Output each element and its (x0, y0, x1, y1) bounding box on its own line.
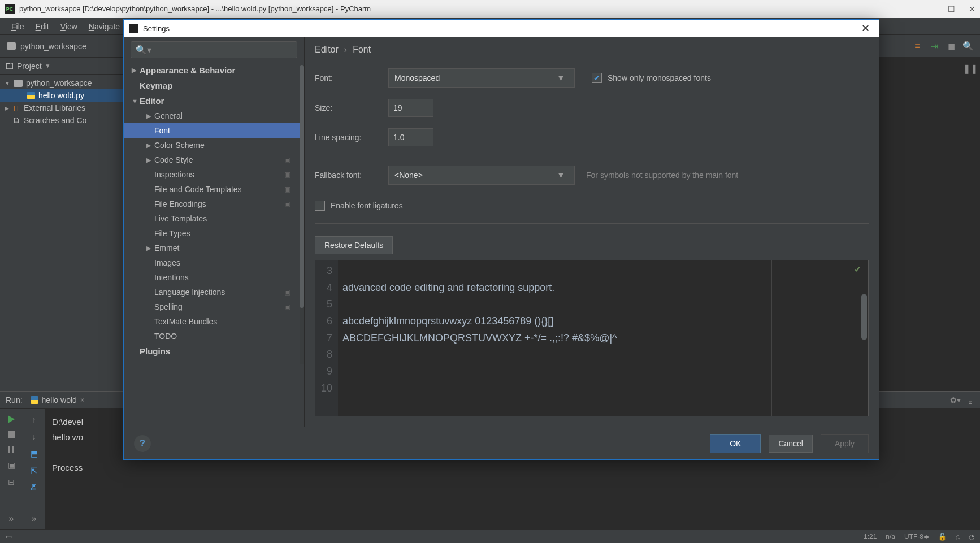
chevron-down-icon: ▼ (553, 166, 569, 184)
window-titlebar: PC python_worksapce [D:\develop\python\p… (0, 0, 980, 18)
expand-icon[interactable]: » (9, 514, 14, 524)
chevron-down-icon[interactable]: ▼ (45, 63, 51, 69)
tree-file-hello[interactable]: hello wold.py (0, 89, 129, 102)
app-icon: PC (5, 4, 15, 14)
apply-button[interactable]: Apply (821, 434, 869, 453)
tree-scratches[interactable]: 🗎 Scratches and Co (0, 114, 129, 127)
layout-icon[interactable]: ▣ (7, 461, 16, 470)
layout-icon-2[interactable]: ⊟ (7, 477, 16, 486)
nav-plugins[interactable]: Plugins (124, 344, 304, 359)
nav-language-injections[interactable]: Language Injections▣ (124, 285, 304, 299)
breadcrumb-root[interactable]: python_worksapce (20, 42, 86, 51)
nav-editor[interactable]: ▼Editor (124, 93, 304, 108)
nav-intentions[interactable]: Intentions (124, 270, 304, 285)
app-icon (129, 24, 138, 33)
check-icon: ✔ (854, 264, 861, 275)
nav-inspections[interactable]: Inspections▣ (124, 167, 304, 182)
nav-file-types[interactable]: File Types (124, 226, 304, 241)
dialog-close-button[interactable]: ✕ (858, 22, 873, 34)
toolbar-icon-1[interactable]: ≡ (912, 41, 922, 51)
dialog-titlebar: Settings ✕ (124, 20, 879, 37)
tree-external-libraries[interactable]: ▶ ⫼ External Libraries (0, 102, 129, 114)
search-icon[interactable]: 🔍 (963, 41, 973, 51)
git-icon[interactable]: ⎌ (956, 533, 960, 541)
toolbar-icon-2[interactable]: ⇥ (929, 41, 939, 51)
nav-todo[interactable]: TODO (124, 329, 304, 344)
font-preview[interactable]: 345678910 advanced code editing and refa… (315, 260, 869, 416)
menu-file[interactable]: File (6, 22, 30, 31)
folder-icon (7, 42, 16, 50)
preview-scrollbar[interactable] (861, 294, 867, 340)
nav-scrollbar-thumb[interactable] (300, 65, 304, 308)
chevron-right-icon: ▶ (5, 105, 9, 111)
download-icon[interactable]: ⭳ (966, 396, 974, 405)
settings-search-input[interactable]: 🔍▾ (131, 41, 297, 58)
file-encoding[interactable]: UTF-8≑ (904, 533, 929, 541)
cursor-position[interactable]: 1:21 (864, 533, 877, 541)
lock-icon[interactable]: 🔓 (938, 533, 947, 541)
pause-button[interactable] (8, 446, 15, 453)
nav-file-encodings[interactable]: File Encodings▣ (124, 197, 304, 211)
nav-color-scheme[interactable]: ▶Color Scheme (124, 138, 304, 153)
insert-mode[interactable]: n/a (886, 533, 895, 541)
settings-dialog: Settings ✕ 🔍▾ ▶Appearance & Behavior Key… (123, 19, 879, 460)
menu-edit[interactable]: Edit (30, 22, 55, 31)
settings-content: Editor › Font Font: Monospaced ▼ ✔ Show … (305, 37, 879, 427)
fallback-font-select[interactable]: <None> ▼ (388, 166, 575, 185)
nav-general[interactable]: ▶General (124, 108, 304, 123)
nav-textmate[interactable]: TextMate Bundles (124, 314, 304, 329)
close-button[interactable]: ✕ (969, 5, 975, 14)
cancel-button[interactable]: Cancel (769, 435, 813, 453)
nav-images[interactable]: Images (124, 255, 304, 270)
close-tab-icon[interactable]: × (80, 396, 85, 405)
expand-icon-2[interactable]: » (32, 514, 37, 524)
breadcrumb: python_worksapce (7, 42, 86, 51)
menu-navigate[interactable]: Navigate (83, 22, 125, 31)
minimize-button[interactable]: — (926, 5, 934, 14)
settings-nav: 🔍▾ ▶Appearance & Behavior Keymap ▼Editor… (124, 37, 305, 427)
project-header[interactable]: 🗔 Project ▼ (0, 58, 129, 75)
nav-keymap[interactable]: Keymap (124, 78, 304, 93)
ligatures-checkbox[interactable] (315, 201, 325, 211)
chevron-right-icon: › (344, 45, 347, 55)
menu-view[interactable]: View (55, 22, 83, 31)
status-bar: ▭ 1:21 n/a UTF-8≑ 🔓 ⎌ ◔ (0, 529, 980, 543)
up-icon[interactable]: ↑ (29, 415, 38, 424)
nav-spelling[interactable]: Spelling▣ (124, 299, 304, 314)
notify-icon[interactable]: ◔ (969, 533, 974, 541)
size-input[interactable] (388, 99, 433, 117)
font-select[interactable]: Monospaced ▼ (388, 68, 575, 88)
rerun-button[interactable] (8, 415, 15, 423)
nav-file-code-templates[interactable]: File and Code Templates▣ (124, 182, 304, 197)
pause-icon[interactable]: ❚❚ (963, 63, 978, 74)
run-tab[interactable]: hello wold × (27, 394, 88, 406)
run-label: Run: (6, 396, 23, 405)
ok-button[interactable]: OK (710, 434, 761, 453)
gear-icon[interactable]: ✿▾ (950, 396, 961, 405)
folder-icon (14, 80, 23, 87)
stop-button[interactable] (8, 431, 15, 438)
status-icon[interactable]: ▭ (6, 533, 12, 541)
help-button[interactable]: ? (134, 435, 151, 452)
down-icon[interactable]: ↓ (29, 432, 38, 441)
toolbar-icon-3[interactable]: ◼ (946, 41, 956, 51)
nav-live-templates[interactable]: Live Templates (124, 211, 304, 226)
maximize-button[interactable]: ☐ (948, 5, 955, 14)
line-spacing-label: Line spacing: (315, 133, 388, 142)
nav-emmet[interactable]: ▶Emmet (124, 241, 304, 255)
export-icon[interactable]: ⇱ (29, 466, 38, 475)
fallback-hint: For symbols not supported by the main fo… (586, 171, 738, 180)
python-file-icon (31, 396, 38, 404)
monospaced-only-checkbox[interactable]: ✔ (592, 73, 602, 83)
line-spacing-input[interactable] (388, 128, 433, 146)
nav-code-style[interactable]: ▶Code Style▣ (124, 153, 304, 167)
search-icon: 🔍▾ (136, 45, 151, 55)
libraries-icon: ⫼ (12, 103, 20, 112)
print-icon[interactable]: 🖶 (29, 483, 38, 492)
tree-icon[interactable]: ⬒ (29, 449, 38, 458)
nav-appearance[interactable]: ▶Appearance & Behavior (124, 63, 304, 78)
tree-root[interactable]: ▼ python_worksapce (0, 77, 129, 89)
restore-defaults-button[interactable]: Restore Defaults (315, 236, 393, 254)
font-label: Font: (315, 73, 388, 82)
nav-font[interactable]: Font (124, 123, 304, 138)
